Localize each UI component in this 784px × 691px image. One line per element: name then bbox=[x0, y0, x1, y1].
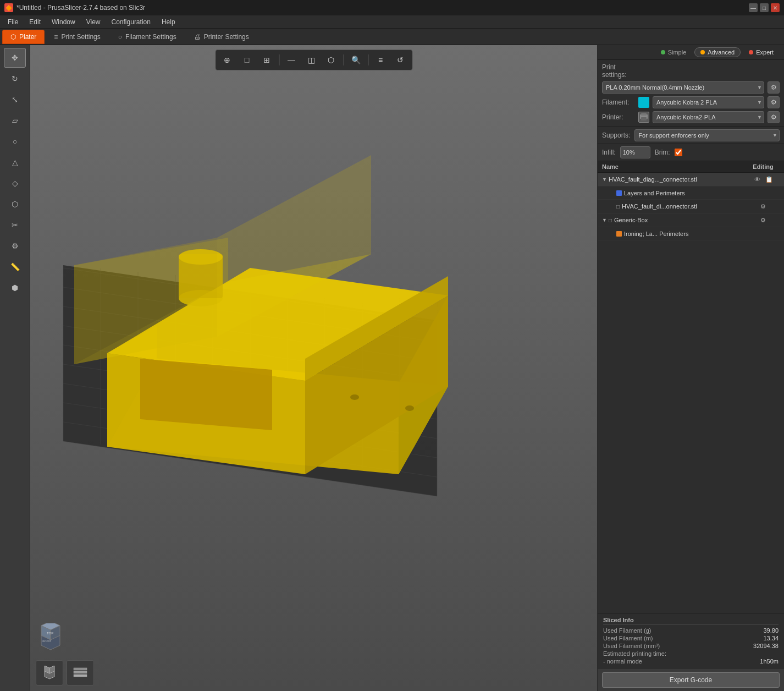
toolbar-rotate-btn[interactable]: ↻ bbox=[4, 69, 26, 89]
supports-select[interactable]: For support enforcers only None Everywhe… bbox=[634, 129, 780, 141]
print-settings-select[interactable]: PLA 0.20mm Normal(0.4mm Nozzle) bbox=[602, 81, 764, 94]
printer-icon-swatch bbox=[638, 112, 649, 123]
main-content: ✥ ↻ ⤡ ▱ ○ △ ◇ ⬡ ✂ ⚙ 📏 ⬢ ⊕ □ ⊞ — ◫ ⬡ 🔍 ≡ … bbox=[0, 45, 784, 691]
mode-simple-label: Simple bbox=[668, 49, 687, 56]
vp-arrange-btn[interactable]: ⊞ bbox=[257, 52, 276, 68]
tab-plater[interactable]: ⬡ Plater bbox=[2, 30, 45, 44]
printer-label: Printer: bbox=[602, 113, 635, 121]
tab-printer-label: Printer Settings bbox=[204, 33, 249, 41]
infill-input[interactable] bbox=[620, 146, 650, 158]
printer-select-wrap: Anycubic Kobra2-PLA ▼ bbox=[653, 111, 764, 123]
printer-settings-icon: 🖨 bbox=[194, 33, 201, 41]
printer-select[interactable]: Anycubic Kobra2-PLA bbox=[653, 111, 764, 123]
menu-help[interactable]: Help bbox=[156, 17, 181, 27]
obj-name: Generic-Box bbox=[614, 217, 747, 223]
layers-btn[interactable] bbox=[67, 660, 94, 685]
infill-label: Infill: bbox=[602, 149, 616, 156]
toolbar-ruler-btn[interactable]: 📏 bbox=[4, 257, 26, 277]
maximize-button[interactable]: □ bbox=[760, 3, 769, 12]
list-item[interactable]: Ironing; La... Perimeters bbox=[598, 227, 784, 240]
vp-settings-btn[interactable]: ≡ bbox=[371, 52, 390, 68]
sliced-info: Sliced Info Used Filament (g) 39.80 Used… bbox=[598, 613, 784, 669]
list-item[interactable]: □ HVAC_fault_di...onnector.stl ⚙ bbox=[598, 200, 784, 213]
toolbar-mirror-btn[interactable]: ▱ bbox=[4, 111, 26, 130]
tab-print-settings[interactable]: ≡ Print Settings bbox=[46, 30, 108, 44]
list-item[interactable]: ▼ HVAC_fault_diag..._connector.stl 👁 📋 bbox=[598, 173, 784, 187]
printer-config-btn[interactable]: ⚙ bbox=[768, 111, 780, 123]
toolbar-diamond-btn[interactable]: ◇ bbox=[4, 173, 26, 193]
perspective-btn[interactable] bbox=[36, 660, 63, 685]
obj-file-icon: □ bbox=[609, 217, 612, 223]
vp-split-btn[interactable]: — bbox=[282, 52, 301, 68]
object-list-name-header: Name bbox=[602, 163, 747, 170]
tab-bar: ⬡ Plater ≡ Print Settings ○ Filament Set… bbox=[0, 29, 784, 45]
svg-point-34 bbox=[350, 394, 359, 400]
expand-arrow: ▼ bbox=[602, 217, 609, 223]
mode-advanced-btn[interactable]: Advanced bbox=[694, 47, 741, 57]
svg-rect-51 bbox=[74, 674, 87, 677]
obj-file-icon: □ bbox=[616, 204, 620, 210]
filament-config-btn[interactable]: ⚙ bbox=[768, 96, 780, 108]
list-item[interactable]: Layers and Perimeters bbox=[598, 187, 784, 200]
print-settings-row: Print settings: bbox=[602, 63, 780, 79]
toolbar-move-btn[interactable]: ✥ bbox=[4, 48, 26, 68]
minimize-button[interactable]: — bbox=[749, 3, 758, 12]
brim-checkbox[interactable] bbox=[675, 149, 682, 156]
vp-search-btn[interactable]: 🔍 bbox=[346, 52, 365, 68]
supports-row: Supports: For support enforcers only Non… bbox=[598, 127, 784, 144]
viewport[interactable]: ⊕ □ ⊞ — ◫ ⬡ 🔍 ≡ ↺ bbox=[30, 45, 597, 691]
menu-view[interactable]: View bbox=[81, 17, 106, 27]
obj-actions: ⚙ bbox=[747, 201, 780, 211]
obj-gear-btn[interactable]: ⚙ bbox=[758, 215, 768, 225]
vp-add-btn[interactable]: ⊕ bbox=[218, 52, 236, 68]
vp-support-btn[interactable]: ⬡ bbox=[322, 52, 340, 68]
expert-dot bbox=[749, 50, 753, 54]
filament-select[interactable]: Anycubic Kobra 2 PLA bbox=[653, 96, 764, 108]
vp-layer-btn[interactable]: ◫ bbox=[302, 52, 321, 68]
obj-name: Layers and Perimeters bbox=[624, 190, 747, 196]
close-button[interactable]: ✕ bbox=[771, 3, 780, 12]
toolbar-hex-btn[interactable]: ⬡ bbox=[4, 194, 26, 214]
toolbar-mesh-btn[interactable]: ⬢ bbox=[4, 278, 26, 298]
print-settings-config-btn[interactable]: ⚙ bbox=[768, 81, 780, 94]
menu-bar: File Edit Window View Configuration Help bbox=[0, 15, 784, 29]
layers-icon bbox=[73, 666, 88, 680]
modifier-color bbox=[616, 190, 622, 196]
obj-eye-btn[interactable]: 👁 bbox=[752, 174, 762, 184]
print-settings-icon: ≡ bbox=[54, 33, 58, 41]
toolbar-scale-btn[interactable]: ⤡ bbox=[4, 90, 26, 109]
obj-copy-btn[interactable]: 📋 bbox=[764, 174, 774, 184]
tab-filament-settings[interactable]: ○ Filament Settings bbox=[110, 30, 185, 44]
sliced-key: Estimated printing time: bbox=[603, 650, 666, 657]
simple-dot bbox=[661, 50, 665, 54]
mode-expert-btn[interactable]: Expert bbox=[743, 47, 780, 57]
mode-simple-btn[interactable]: Simple bbox=[655, 47, 693, 57]
nav-cube[interactable]: TOP FRONT bbox=[36, 623, 66, 652]
sliced-row-filament-g: Used Filament (g) 39.80 bbox=[603, 627, 779, 634]
menu-window[interactable]: Window bbox=[46, 17, 81, 27]
tab-printer-settings[interactable]: 🖨 Printer Settings bbox=[186, 30, 257, 44]
print-settings-select-row: PLA 0.20mm Normal(0.4mm Nozzle) ▼ ⚙ bbox=[602, 81, 780, 94]
menu-edit[interactable]: Edit bbox=[24, 17, 46, 27]
tab-print-settings-label: Print Settings bbox=[61, 33, 100, 41]
svg-rect-54 bbox=[641, 113, 647, 116]
toolbar-cut-btn[interactable]: ✂ bbox=[4, 215, 26, 235]
toolbar-triangle-btn[interactable]: △ bbox=[4, 152, 26, 172]
export-gcode-button[interactable]: Export G-code bbox=[602, 672, 780, 688]
menu-configuration[interactable]: Configuration bbox=[106, 17, 156, 27]
obj-gear-btn[interactable]: ⚙ bbox=[758, 201, 768, 211]
window-controls[interactable]: — □ ✕ bbox=[749, 3, 780, 12]
menu-file[interactable]: File bbox=[2, 17, 24, 27]
sliced-row-print-time-header: Estimated printing time: bbox=[603, 650, 779, 657]
toolbar-circle-btn[interactable]: ○ bbox=[4, 131, 26, 151]
brim-label: Brim: bbox=[655, 149, 670, 156]
toolbar-support-btn[interactable]: ⚙ bbox=[4, 236, 26, 256]
vp-delete-btn[interactable]: □ bbox=[238, 52, 256, 68]
supports-label: Supports: bbox=[602, 131, 630, 139]
sliced-row-normal-mode: - normal mode 1h50m bbox=[603, 658, 779, 665]
tab-filament-label: Filament Settings bbox=[125, 33, 176, 41]
list-item[interactable]: ▼ □ Generic-Box ⚙ bbox=[598, 213, 784, 227]
vp-undo-btn[interactable]: ↺ bbox=[391, 52, 410, 68]
printer-row: Printer: Anycubic Kobra2-PLA ▼ ⚙ bbox=[602, 111, 780, 123]
filament-settings-icon: ○ bbox=[118, 33, 122, 41]
